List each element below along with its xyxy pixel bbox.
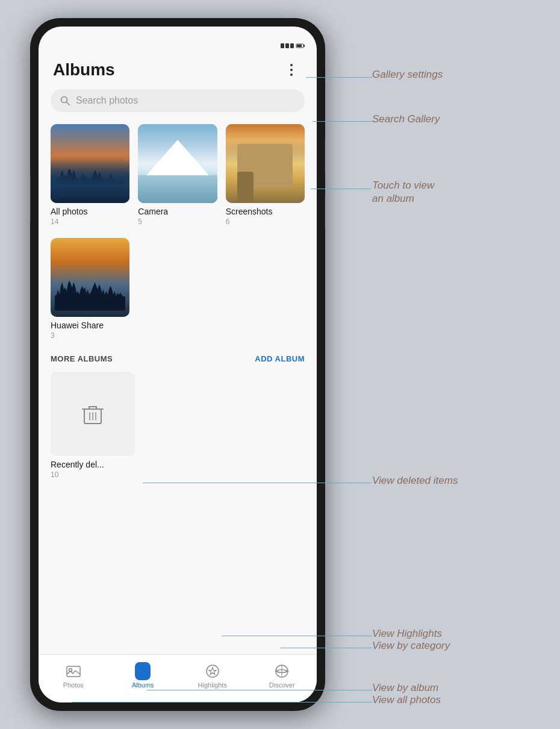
city-silhouette-1	[55, 164, 126, 196]
highlights-nav-label: Highlights	[198, 681, 227, 689]
search-icon	[60, 96, 70, 105]
album-name-huawei-share: Huawei Share	[51, 321, 129, 330]
albums-nav-icon	[135, 663, 151, 679]
mountain-snow	[146, 140, 209, 175]
annotation-view-deleted: View deleted items	[372, 475, 458, 487]
discover-nav-label: Discover	[269, 681, 295, 689]
album-name-camera: Camera	[138, 207, 217, 216]
recently-deleted-thumb	[51, 372, 135, 456]
ann-line-deleted	[143, 483, 372, 483]
album-thumb-all-photos	[51, 124, 129, 203]
city-photo-1	[51, 124, 129, 203]
volume-down-button	[325, 193, 325, 229]
annotation-touch-view: Touch to view	[372, 180, 434, 192]
photos-nav-icon	[66, 663, 81, 679]
album-count-screenshots: 6	[226, 217, 305, 226]
annotation-an-album: an album	[372, 193, 414, 205]
recently-deleted-count: 10	[51, 471, 305, 479]
annotation-view-album: View by album	[372, 682, 438, 694]
album-name-screenshots: Screenshots	[226, 207, 305, 216]
search-bar[interactable]: Search photos	[51, 89, 305, 112]
search-placeholder: Search photos	[76, 95, 138, 106]
power-button	[325, 139, 325, 175]
album-thumb-camera	[138, 124, 217, 203]
city-silhouette-2	[55, 275, 126, 311]
recently-deleted-name: Recently del...	[51, 460, 305, 469]
photos-nav-label: Photos	[63, 681, 84, 689]
svg-line-7	[67, 102, 70, 105]
annotation-search-gallery: Search Gallery	[372, 113, 440, 125]
album-item-all-photos[interactable]: All photos 14	[51, 124, 129, 226]
svg-rect-2	[290, 43, 294, 48]
more-options-button[interactable]	[281, 59, 302, 81]
phone-screen: Albums	[39, 27, 317, 702]
albums-grid: All photos 14	[51, 124, 305, 226]
scene: Albums	[0, 0, 560, 729]
add-album-button[interactable]: ADD ALBUM	[255, 354, 305, 363]
colosseum-arch	[237, 172, 253, 204]
nav-item-highlights[interactable]: Highlights	[194, 663, 231, 689]
ann-line-touch-view	[311, 189, 371, 189]
album-count-camera: 5	[138, 217, 217, 226]
phone-shell: Albums	[30, 18, 325, 711]
city-photo-2	[51, 238, 129, 317]
svg-rect-5	[303, 45, 305, 47]
colosseum-photo	[226, 124, 305, 203]
more-albums-title: MORE ALBUMS	[51, 354, 113, 363]
nav-item-albums[interactable]: Albums	[125, 663, 161, 689]
svg-rect-4	[297, 45, 302, 47]
album-count-huawei-share: 3	[51, 331, 129, 340]
discover-nav-icon	[274, 663, 290, 679]
annotation-gallery-settings: Gallery settings	[372, 69, 443, 81]
three-dots-icon	[290, 64, 293, 76]
page-title: Albums	[53, 60, 115, 80]
highlights-nav-icon	[205, 663, 220, 679]
annotation-view-category: View by category	[372, 640, 450, 652]
album-item-huawei-share[interactable]: Huawei Share 3	[51, 238, 129, 340]
screen-content: Albums	[39, 27, 317, 702]
bottom-nav: Photos Albums	[39, 654, 317, 702]
albums-active-indicator	[135, 662, 151, 680]
album-item-screenshots[interactable]: Screenshots 6	[226, 124, 305, 226]
water-reflection	[138, 175, 217, 203]
annotation-view-all-photos: View all photos	[372, 694, 441, 706]
svg-rect-16	[67, 666, 80, 677]
svg-rect-0	[281, 43, 284, 48]
album-item-camera[interactable]: Camera 5	[138, 124, 217, 226]
ann-line-highlights	[222, 636, 372, 636]
ann-line-category	[281, 648, 372, 648]
ann-line-search	[313, 121, 373, 122]
album-item-recently-deleted[interactable]: Recently del... 10	[51, 372, 305, 479]
header: Albums	[39, 53, 317, 89]
albums-nav-label: Albums	[132, 681, 154, 689]
nav-item-photos[interactable]: Photos	[55, 663, 92, 689]
nav-item-discover[interactable]: Discover	[264, 663, 300, 689]
album-name-all-photos: All photos	[51, 207, 129, 216]
mountain-photo	[138, 124, 217, 203]
annotation-view-highlights: View Highlights	[372, 628, 442, 640]
more-albums-header: MORE ALBUMS ADD ALBUM	[51, 354, 305, 363]
albums-content: All photos 14	[39, 124, 317, 654]
ann-line-all-photos	[72, 702, 372, 702]
svg-rect-1	[285, 43, 289, 48]
album-thumb-screenshots	[226, 124, 305, 203]
volume-up-button	[30, 175, 31, 223]
album-thumb-huawei-share	[51, 238, 129, 317]
ann-line-gallery-settings	[306, 77, 372, 78]
ann-line-album	[147, 690, 372, 690]
trash-icon	[79, 401, 106, 427]
album-count-all-photos: 14	[51, 217, 129, 226]
status-bar	[39, 39, 317, 53]
